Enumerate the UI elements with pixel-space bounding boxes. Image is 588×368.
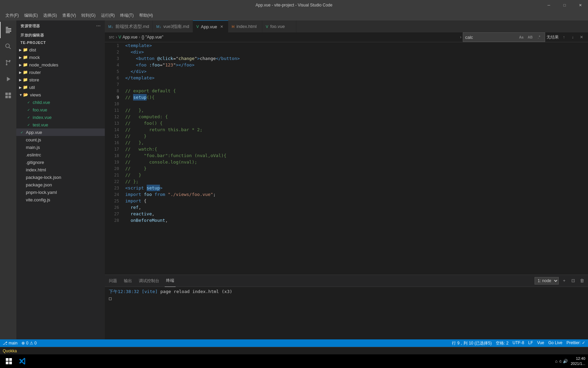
chevron-right-icon: ▶ xyxy=(19,56,22,59)
file-icon xyxy=(19,174,24,180)
sidebar-more-button[interactable]: ··· xyxy=(96,23,101,29)
activity-git[interactable] xyxy=(0,55,16,71)
tree-item-util[interactable]: ▶ 📁 util xyxy=(16,83,105,91)
menu-help[interactable]: 帮助(H) xyxy=(136,11,156,20)
menubar: 文件(F) 编辑(E) 选择(S) 查看(V) 转到(G) 运行(R) 终端(T… xyxy=(0,10,588,20)
tab-qianduanjishu[interactable]: M↓ 前端技术选型.md xyxy=(105,20,153,32)
taskbar-start[interactable] xyxy=(3,355,15,367)
tab-icon-vue: V xyxy=(266,25,268,29)
terminal-add-button[interactable]: + xyxy=(561,277,568,284)
tree-item-views[interactable]: ▼ 📂 views xyxy=(16,91,105,98)
svg-rect-16 xyxy=(9,358,12,361)
find-prev-button[interactable]: ↑ xyxy=(560,33,568,41)
file-icon xyxy=(19,197,24,202)
terminal-trash-button[interactable]: 🗑 xyxy=(578,277,585,284)
tree-item-package-json[interactable]: package.json xyxy=(16,181,105,188)
taskbar-vscode[interactable] xyxy=(16,355,29,367)
svg-rect-18 xyxy=(9,362,12,364)
tree-item-app-vue[interactable]: ✓ App.vue xyxy=(16,128,105,136)
match-word-button[interactable]: AB xyxy=(526,33,534,41)
tab-debug-console[interactable]: 调试控制台 xyxy=(137,275,161,287)
project-section[interactable]: TE-PROJECT xyxy=(16,39,105,46)
tab-problems[interactable]: 问题 xyxy=(108,275,118,287)
tree-item-main-js[interactable]: main.js xyxy=(16,143,105,151)
regex-button[interactable]: .* xyxy=(535,33,543,41)
find-next-button[interactable]: ↓ xyxy=(569,33,576,41)
chevron-right-icon: ▶ xyxy=(19,48,22,52)
terminal-split-button[interactable]: ⊡ xyxy=(570,277,576,284)
activity-search[interactable] xyxy=(0,38,16,55)
tree-item-router[interactable]: ▶ 📁 router xyxy=(16,68,105,76)
menu-view[interactable]: 查看(V) xyxy=(60,11,79,20)
menu-file[interactable]: 文件(F) xyxy=(3,11,21,20)
activity-explorer[interactable] xyxy=(0,22,16,38)
tree-item-pnpm-lock[interactable]: pnpm-lock.yaml xyxy=(16,188,105,196)
tree-item-test-vue[interactable]: ✓ test.vue xyxy=(16,121,105,128)
open-editors-section[interactable]: 开放的编辑器 xyxy=(16,31,105,39)
statusbar-position[interactable]: 行 9，列 10 (已选择5) xyxy=(452,340,492,346)
tab-close-button[interactable]: ✕ xyxy=(219,24,225,29)
activity-extensions[interactable] xyxy=(0,87,16,104)
code-line-24: import foo from "./views/foo.vue"; xyxy=(122,191,588,198)
code-line-4: <foo :foo="123"></foo> xyxy=(122,62,588,68)
tab-terminal[interactable]: 终端 xyxy=(165,275,176,287)
tree-item-gitignore[interactable]: .gitignore xyxy=(16,158,105,166)
tab-icon-html: H xyxy=(232,25,234,29)
tree-item-store[interactable]: ▶ 📁 store xyxy=(16,76,105,83)
tree-item-index-vue[interactable]: ✓ index.vue xyxy=(16,113,105,121)
terminal-content[interactable]: 下午12:38:32 [vite] page reload index.html… xyxy=(105,287,588,339)
maximize-button[interactable]: □ xyxy=(557,0,572,10)
statusbar-errors[interactable]: ⊗ 0 ⚠ 0 xyxy=(21,341,36,346)
svg-rect-0 xyxy=(6,27,8,28)
tab-output[interactable]: 输出 xyxy=(122,275,133,287)
statusbar-spaces[interactable]: 空格: 2 xyxy=(496,340,508,346)
tree-item-index-html[interactable]: index.html xyxy=(16,166,105,173)
tab-foo-vue[interactable]: V foo.vue xyxy=(262,20,296,32)
find-input[interactable] xyxy=(465,35,516,40)
activity-debug[interactable] xyxy=(0,71,16,87)
statusbar-encoding[interactable]: UTF-8 xyxy=(512,340,524,346)
folder-open-icon: 📂 xyxy=(23,92,29,97)
tree-item-foo-vue[interactable]: ✓ foo.vue xyxy=(16,106,105,113)
menu-select[interactable]: 选择(S) xyxy=(40,11,60,20)
tree-item-eslintrc[interactable]: .eslintrc xyxy=(16,151,105,158)
menu-run[interactable]: 运行(R) xyxy=(98,11,118,20)
tree-item-package-lock[interactable]: package-lock.json xyxy=(16,173,105,181)
statusbar-eol[interactable]: LF xyxy=(528,340,533,346)
statusbar-git[interactable]: ⎇ main xyxy=(3,341,17,346)
svg-point-5 xyxy=(6,44,10,48)
menu-edit[interactable]: 编辑(E) xyxy=(21,11,40,20)
file-icon xyxy=(19,159,24,165)
tree-item-dist[interactable]: ▶ 📁 dist xyxy=(16,46,105,53)
tab-vue3zhinan[interactable]: M↓ vue3指南.md xyxy=(153,20,193,32)
code-line-2: <div> xyxy=(122,49,588,55)
tab-app-vue[interactable]: V App.vue ✕ xyxy=(193,20,228,32)
menu-goto[interactable]: 转到(G) xyxy=(79,11,98,20)
tab-index-html[interactable]: H index.html xyxy=(228,20,262,32)
code-line-14: // return this.bar * 2; xyxy=(122,126,588,133)
statusbar-language[interactable]: Vue xyxy=(537,340,544,346)
tree-item-child-vue[interactable]: ✓ child.vue xyxy=(16,98,105,106)
statusbar-golive[interactable]: Go Live xyxy=(548,340,562,346)
taskbar-clock: 12:40 2021/1... xyxy=(571,356,585,367)
editor-area: M↓ 前端技术选型.md M↓ vue3指南.md V App.vue ✕ H … xyxy=(105,20,588,339)
titlebar-controls: ─ □ ✕ xyxy=(541,0,588,10)
find-close-button[interactable]: ✕ xyxy=(578,33,585,41)
tree-item-node-modules[interactable]: ▶ 📁 node_modules xyxy=(16,61,105,68)
breadcrumb-src: src xyxy=(109,35,114,40)
statusbar-prettier[interactable]: Prettier: ✓ xyxy=(567,340,585,346)
close-button[interactable]: ✕ xyxy=(572,0,588,10)
code-content[interactable]: <template> <div> <button @click="change"… xyxy=(122,42,588,275)
vite-label: 下午12:38:32 [vite] xyxy=(109,289,158,294)
tree-item-count-js[interactable]: count.js xyxy=(16,136,105,143)
terminal-select[interactable]: 1: node xyxy=(535,277,559,285)
tree-item-mock[interactable]: ▶ 📁 mock xyxy=(16,53,105,61)
match-case-button[interactable]: Aa xyxy=(518,33,525,41)
file-icon xyxy=(19,152,24,157)
tree-item-vite-config[interactable]: vite.config.js xyxy=(16,196,105,203)
code-line-9: // setup(){ xyxy=(122,94,588,101)
menu-terminal[interactable]: 终端(T) xyxy=(117,11,136,20)
minimize-button[interactable]: ─ xyxy=(541,0,557,10)
breadcrumb-file: App.vue xyxy=(122,35,137,40)
svg-rect-1 xyxy=(6,28,11,29)
